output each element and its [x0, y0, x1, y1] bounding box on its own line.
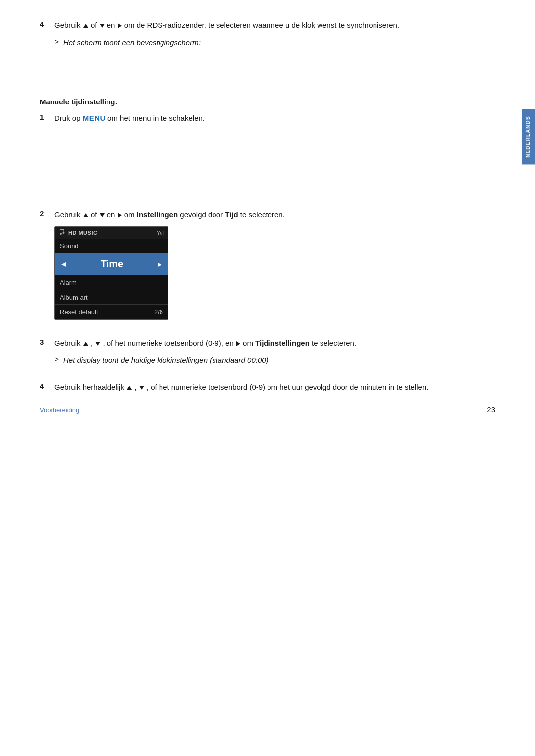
step3-text-before: Gebruik: [54, 339, 81, 347]
step-4-number: 4: [40, 382, 54, 390]
menu-item-reset: Reset default 2/6: [55, 305, 168, 319]
step-3-number: 3: [40, 338, 54, 346]
menu-item-albumart: Album art: [55, 290, 168, 304]
step4-comma1: ,: [134, 383, 136, 391]
menu-item-time-label: Time: [101, 258, 123, 270]
step-3: 3 Gebruik , , of het numerieke toetsenbo…: [40, 338, 495, 349]
section-heading: Manuele tijdinstelling:: [40, 98, 495, 106]
step3-tri-right-icon: [236, 341, 240, 346]
svg-point-2: [60, 233, 62, 235]
step-2: 2 Gebruik of en om Instellingen gevolgd …: [40, 209, 495, 221]
step2-tri-down-icon: [100, 213, 105, 217]
step-1-number: 1: [40, 113, 54, 121]
step4-comma2: ,: [147, 383, 149, 391]
step2-tri-up-icon: [83, 213, 88, 217]
triangle-right-icon: [118, 23, 122, 28]
menu-keyword: MENU: [83, 114, 106, 122]
menu-arrow-left-icon: ◄: [60, 260, 68, 269]
menu-item-alarm: Alarm: [55, 275, 168, 290]
step2-of: of: [91, 210, 97, 219]
step1-text-before: Druk op: [54, 114, 81, 122]
step1-text-after: om het menu in te schakelen.: [107, 114, 205, 122]
step2-bold1: Instellingen: [137, 210, 178, 219]
step4-text: Gebruik herhaaldelijk: [54, 383, 124, 391]
step4-text-after2: het numerieke toetsenbord (0-9) om het u…: [159, 383, 428, 391]
step4-tri-down-icon: [139, 386, 144, 390]
step3-text-after2: te selecteren.: [312, 339, 356, 347]
menu-header-title: HD MUSIC: [68, 230, 97, 236]
step2-text-after2: te selecteren.: [240, 210, 285, 219]
spacer-2: [40, 74, 495, 94]
step3-text-mid2: het numerieke toetsenbord (0-9), en: [115, 339, 233, 347]
step-2-content: Gebruik of en om Instellingen gevolgd do…: [54, 209, 495, 221]
step2-text-before: Gebruik: [54, 210, 81, 219]
spacer-8: [40, 372, 495, 382]
step3-of: of: [107, 339, 113, 347]
triangle-down-icon: [100, 24, 105, 28]
spacer-3: [40, 130, 495, 150]
step4-tri-up-icon: [127, 386, 132, 390]
step-en: en: [107, 21, 115, 29]
menu-header-left: HD MUSIC: [59, 229, 97, 236]
step3-tri-up-icon: [83, 342, 88, 346]
step2-en: en: [107, 210, 115, 219]
svg-point-3: [63, 232, 65, 234]
sub-step-arrow: >: [54, 37, 63, 46]
menu-arrow-right-icon: ►: [156, 260, 163, 268]
spacer-7: [40, 328, 495, 338]
spacer-5: [40, 170, 495, 190]
step-1: 1 Druk op MENU om het menu in te schakel…: [40, 113, 495, 124]
step2-tri-right-icon: [118, 213, 122, 218]
step-number: 4: [40, 20, 54, 28]
menu-item-sound: Sound: [55, 239, 168, 253]
spacer-1: [40, 54, 495, 74]
step-4-pre: 4 Gebruik of en om de RDS-radiozender. t…: [40, 20, 495, 31]
step-2-number: 2: [40, 209, 54, 218]
menu-item-reset-value: 2/6: [154, 308, 163, 316]
footer-label: Voorbereiding: [40, 406, 79, 414]
menu-item-reset-row: Reset default 2/6: [60, 308, 163, 316]
step-content: Gebruik of en om de RDS-radiozender. te …: [54, 20, 495, 31]
step3-text-om: om: [243, 339, 255, 347]
sub-step-4-pre: > Het scherm toont een bevestigingscherm…: [40, 37, 495, 49]
step2-text-mid2: gevolgd door: [180, 210, 223, 219]
triangle-up-icon: [83, 24, 88, 28]
sub-step-content: Het scherm toont een bevestigingscherm:: [63, 37, 201, 49]
step4-of2: of: [151, 383, 157, 391]
step2-bold2: Tijd: [225, 210, 238, 219]
menu-item-time-selected: ◄ Time ►: [55, 253, 168, 275]
sub-step-3-arrow: >: [54, 355, 63, 363]
sub-step-3: > Het display toont de huidige klokinste…: [40, 355, 495, 366]
menu-screenshot: HD MUSIC Yul Sound ◄ Time ► Alarm Album …: [54, 226, 168, 320]
step3-bold: Tijdinstellingen: [255, 339, 310, 347]
step-3-content: Gebruik , , of het numerieke toetsenbord…: [54, 338, 495, 349]
spacer-6: [40, 190, 495, 209]
spacer-4: [40, 150, 495, 170]
music-note-icon: [59, 229, 66, 236]
step-text-after: om de RDS-radiozender. te selecteren waa…: [124, 21, 399, 29]
step-text-before: Gebruik: [54, 21, 81, 29]
step-4-content: Gebruik herhaaldelijk , , of het numerie…: [54, 382, 495, 393]
menu-item-reset-label: Reset default: [60, 308, 98, 316]
step3-tri-down-icon: [95, 342, 100, 346]
page-number: 23: [487, 405, 495, 414]
step-4: 4 Gebruik herhaaldelijk , , of het numer…: [40, 382, 495, 393]
step-of: of: [91, 21, 97, 29]
menu-header: HD MUSIC Yul: [55, 227, 168, 239]
menu-signal: Yul: [157, 230, 164, 236]
sub-step-3-content: Het display toont de huidige klokinstell…: [63, 355, 268, 366]
step3-comma2: ,: [103, 339, 105, 347]
step3-comma1: ,: [91, 339, 93, 347]
step-1-content: Druk op MENU om het menu in te schakelen…: [54, 113, 495, 124]
step2-text-om: om: [124, 210, 137, 219]
